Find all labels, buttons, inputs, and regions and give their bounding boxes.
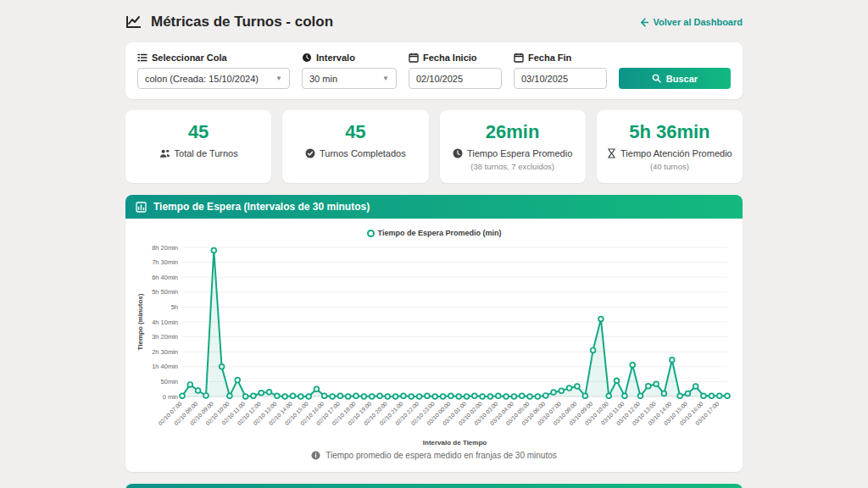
- chevron-down-icon: ▼: [382, 75, 389, 82]
- svg-text:4h 10min: 4h 10min: [152, 319, 178, 326]
- calendar-icon: [409, 53, 419, 63]
- info-icon: [311, 451, 320, 460]
- svg-text:Tiempo (minutos): Tiempo (minutos): [136, 294, 144, 351]
- svg-text:1h 40min: 1h 40min: [152, 363, 178, 371]
- tiempo-atencion-value: 5h 36min: [604, 121, 736, 143]
- interval-field: Intervalo 30 min ▼: [302, 53, 397, 89]
- turnos-completados-value: 45: [289, 121, 421, 143]
- search-button[interactable]: Buscar: [619, 68, 731, 89]
- interval-select[interactable]: 30 min ▼: [302, 68, 397, 89]
- list-icon: [137, 53, 147, 63]
- page-title: Métricas de Turnos - colon: [151, 14, 333, 30]
- wait-panel-title: Tiempo de Espera (Intervalos de 30 minut…: [153, 201, 370, 213]
- tiempo-atencion-sub: (40 turnos): [604, 162, 736, 171]
- chart-line-icon: [125, 14, 142, 30]
- turnos-completados-label: Turnos Completados: [320, 148, 406, 158]
- page-header: Métricas de Turnos - colon Volver al Das…: [125, 14, 743, 30]
- search-field: Buscar: [619, 68, 731, 89]
- stat-card-wait: 26min Tiempo Espera Promedio (38 turnos,…: [440, 110, 586, 183]
- stat-card-completed: 45 Turnos Completados: [282, 110, 428, 183]
- chevron-down-icon: ▼: [275, 75, 282, 82]
- end-date-input[interactable]: [514, 68, 607, 89]
- start-date-field: Fecha Inicio: [409, 53, 502, 89]
- calendar-icon: [514, 53, 524, 63]
- stat-card-attention: 5h 36min Tiempo Atención Promedio (40 tu…: [597, 110, 743, 183]
- tiempo-atencion-label: Tiempo Atención Promedio: [620, 148, 732, 158]
- svg-text:5h 50min: 5h 50min: [152, 289, 178, 297]
- back-to-dashboard-link[interactable]: Volver al Dashboard: [639, 17, 743, 27]
- tiempo-espera-value: 26min: [447, 121, 579, 143]
- legend-ring-icon: [367, 230, 375, 237]
- svg-text:50min: 50min: [161, 378, 178, 385]
- svg-text:Intervalo de Tiempo: Intervalo de Tiempo: [423, 439, 487, 446]
- interval-select-value: 30 min: [309, 74, 337, 84]
- hourglass-icon: [607, 148, 616, 158]
- end-date-field: Fecha Fin: [514, 53, 607, 89]
- filter-bar: Seleccionar Cola colon (Creada: 15/10/20…: [125, 42, 743, 99]
- arrow-left-icon: [639, 18, 648, 27]
- operation-time-panel: Tiempo de Operación (Intervalos de 30 mi…: [125, 484, 743, 488]
- wait-time-panel: Tiempo de Espera (Intervalos de 30 minut…: [125, 195, 743, 472]
- tiempo-espera-label: Tiempo Espera Promedio: [467, 148, 572, 158]
- svg-text:6h 40min: 6h 40min: [152, 274, 178, 281]
- back-link-label: Volver al Dashboard: [653, 17, 743, 27]
- stats-row: 45 Total de Turnos 45 Turnos Completados…: [125, 110, 743, 183]
- svg-text:5h: 5h: [171, 303, 178, 311]
- start-date-label: Fecha Inicio: [423, 53, 477, 63]
- wait-panel-header: Tiempo de Espera (Intervalos de 30 minut…: [125, 195, 743, 219]
- chart-legend[interactable]: Tiempo de Espera Promedio (min): [134, 225, 734, 239]
- total-turnos-value: 45: [132, 121, 264, 143]
- stat-card-total: 45 Total de Turnos: [125, 110, 271, 183]
- clock-icon: [453, 148, 463, 158]
- tiempo-espera-sub: (38 turnos, 7 excluidos): [447, 162, 579, 171]
- main-container: Métricas de Turnos - colon Volver al Das…: [125, 0, 743, 488]
- clock-icon: [302, 53, 312, 63]
- users-icon: [159, 148, 170, 158]
- queue-label: Seleccionar Cola: [152, 53, 227, 63]
- svg-text:8h 20min: 8h 20min: [152, 244, 178, 252]
- svg-text:3h 20min: 3h 20min: [152, 333, 178, 341]
- chart-caption: Tiempo promedio de espera medido en fran…: [134, 449, 734, 469]
- queue-field: Seleccionar Cola colon (Creada: 15/10/20…: [137, 53, 290, 89]
- svg-text:7h 30min: 7h 30min: [152, 258, 178, 266]
- wait-panel-body: Tiempo de Espera Promedio (min) 0 min50m…: [125, 219, 743, 472]
- svg-text:0 min: 0 min: [163, 393, 178, 401]
- wait-time-chart: 0 min50min1h 40min2h 30min3h 20min4h 10m…: [134, 239, 732, 449]
- search-button-label: Buscar: [666, 74, 698, 84]
- queue-select-value: colon (Creada: 15/10/2024): [145, 74, 259, 84]
- chart-caption-text: Tiempo promedio de espera medido en fran…: [326, 451, 557, 460]
- chart-bar-icon: [136, 202, 147, 213]
- interval-label: Intervalo: [316, 53, 355, 63]
- total-turnos-label: Total de Turnos: [175, 148, 238, 158]
- check-circle-icon: [305, 148, 315, 158]
- start-date-input[interactable]: [409, 68, 502, 89]
- legend-label: Tiempo de Espera Promedio (min): [378, 229, 502, 237]
- search-icon: [652, 74, 661, 83]
- svg-text:2h 30min: 2h 30min: [152, 348, 178, 356]
- end-date-label: Fecha Fin: [528, 53, 571, 63]
- queue-select[interactable]: colon (Creada: 15/10/2024) ▼: [137, 68, 290, 89]
- operation-panel-header: Tiempo de Operación (Intervalos de 30 mi…: [125, 484, 743, 488]
